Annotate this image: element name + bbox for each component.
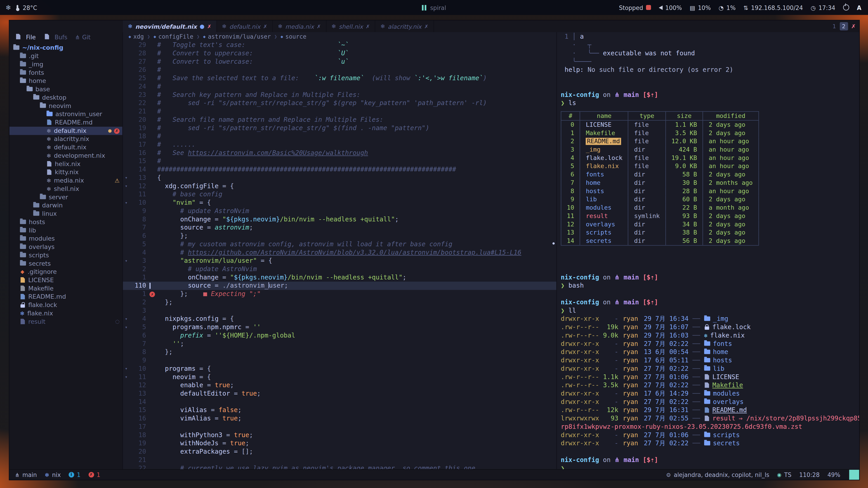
editor-line[interactable]: 110 source = ./astronvim_user; xyxy=(123,282,557,290)
buffer-tab[interactable]: ❄media.nix✗ xyxy=(273,21,327,32)
editor-line[interactable]: 2 # update AstroNvim xyxy=(123,265,557,273)
editor-line[interactable]: 21 xyxy=(123,456,557,464)
sidebar-tab-file[interactable]: File xyxy=(15,33,36,40)
editor-line[interactable]: 15 viAlias = false; xyxy=(123,406,557,415)
network-widget[interactable]: ⇅ 192.168.5.100/24 xyxy=(743,4,803,11)
volume-widget[interactable]: 100% xyxy=(659,4,682,11)
tree-item[interactable]: ❄shell.nix xyxy=(9,185,123,193)
editor-line[interactable]: 16 vimAlias = true; xyxy=(123,414,557,423)
editor-line[interactable]: 3 xyxy=(123,306,557,315)
media-status-widget[interactable]: Stopped xyxy=(619,4,651,11)
tree-item[interactable]: fonts xyxy=(9,69,123,77)
close-tab-icon[interactable]: ✗ xyxy=(424,24,428,29)
editor-line[interactable]: 29# Toggle text's case: `~` xyxy=(123,41,557,49)
clock-widget[interactable]: ◷ 17:34 xyxy=(811,4,835,11)
editor-line[interactable]: 25# Save the selected text to a file: `:… xyxy=(123,74,557,83)
fold-marker-icon[interactable]: ▾ xyxy=(123,323,129,331)
editor-line[interactable]: 5 # my cusotom astronvim config, astronv… xyxy=(123,240,557,249)
tree-item[interactable]: home xyxy=(9,77,123,85)
breadcrumb-item[interactable]: ❖astronvim/lua/user xyxy=(203,33,271,40)
close-window-icon[interactable]: ✗ xyxy=(851,23,856,29)
tree-item[interactable]: LICENSE xyxy=(9,276,123,285)
tree-item[interactable]: ◆.gitignore xyxy=(9,268,123,276)
tree-item[interactable]: README.md xyxy=(9,293,123,301)
fold-marker-icon[interactable]: ▾ xyxy=(123,373,129,381)
tree-item[interactable]: ❄default.nix xyxy=(9,143,123,152)
editor-line[interactable]: 14 xyxy=(123,398,557,406)
editor-line[interactable]: 8 }; xyxy=(123,348,557,356)
fold-marker-icon[interactable]: ▾ xyxy=(123,199,129,207)
editor-line[interactable]: 26# xyxy=(123,66,557,74)
fold-marker-icon[interactable]: ▾ xyxy=(123,257,129,265)
editor-line[interactable]: 4 # https://github.com/AstroNvim/AstroNv… xyxy=(123,249,557,257)
editor-line[interactable]: ▾11 neovim = { xyxy=(123,373,557,381)
breadcrumb-item[interactable]: ❖xdg xyxy=(128,33,144,40)
editor-line[interactable]: 20# Search file name pattern and Replace… xyxy=(123,116,557,124)
fold-marker-icon[interactable]: ▾ xyxy=(123,182,129,191)
buffer-tab[interactable]: ❄alacritty.nix✗ xyxy=(375,21,434,32)
breadcrumb-item[interactable]: ❖source xyxy=(281,33,307,40)
editor-line[interactable]: 16# See https://astronvim.com/Basic%20Us… xyxy=(123,149,557,157)
close-tab-icon[interactable]: ✗ xyxy=(263,24,267,29)
tree-item[interactable]: neovim xyxy=(9,102,123,110)
editor-line[interactable]: 12 enable = true; xyxy=(123,381,557,390)
editor-line[interactable]: 2 }; xyxy=(123,298,557,306)
statusline-error-diagnostics[interactable]: 1 xyxy=(88,471,100,478)
tree-item[interactable]: desktop xyxy=(9,94,123,102)
code-area[interactable]: 29# Toggle text's case: `~`28# Convert t… xyxy=(123,41,557,469)
editor-line[interactable]: ▾5 programs.npm.npmrc = '' xyxy=(123,323,557,331)
buffer-tab[interactable]: ❄default.nix✗ xyxy=(217,21,273,32)
editor-line[interactable]: ▾12 xdg.configFile = { xyxy=(123,182,557,191)
editor-line[interactable]: 1 }; ■ Expecting ";" xyxy=(123,290,557,298)
tree-item[interactable]: helix.nix xyxy=(9,160,123,168)
tree-item[interactable]: secrets xyxy=(9,260,123,268)
fold-marker-icon[interactable]: ▾ xyxy=(123,315,129,323)
buffer-tab[interactable]: ❄neovim/default.nix●✗ xyxy=(123,21,217,32)
editor-line[interactable]: 23# Search key pattern and Replace in Mu… xyxy=(123,91,557,99)
editor-line[interactable]: ▾3 "astronvim/lua/user" = { xyxy=(123,257,557,265)
tree-item[interactable]: Makefile xyxy=(9,285,123,293)
editor-line[interactable]: ▾10 "nvim" = { xyxy=(123,199,557,207)
editor-line[interactable]: 7 source = astronvim; xyxy=(123,223,557,232)
editor-line[interactable]: 14######################################… xyxy=(123,165,557,174)
close-tab-icon[interactable]: ✗ xyxy=(317,24,321,29)
editor-line[interactable]: 20 extraPackages = []; xyxy=(123,448,557,456)
tree-item[interactable]: base xyxy=(9,85,123,94)
tabpage-button[interactable]: 1 xyxy=(830,22,839,31)
editor-line[interactable]: 8 onChange = "${pkgs.neovim}/bin/nvim --… xyxy=(123,215,557,224)
editor-line[interactable]: 17# ...... xyxy=(123,140,557,149)
editor-line[interactable]: 9 xyxy=(123,356,557,365)
cpu-widget[interactable]: ◔ 1% xyxy=(719,4,736,11)
tree-item[interactable]: ❄flake.nix xyxy=(9,309,123,318)
editor-line[interactable]: 28# Convert to uppercase: `U` xyxy=(123,49,557,58)
editor-pane[interactable]: ❖xdg❯❖configFile❯❖astronvim/lua/user❯❖so… xyxy=(123,32,557,469)
buffer-tab[interactable]: ❄shell.nix✗ xyxy=(327,21,375,32)
editor-line[interactable]: 9 # update AstroNvim xyxy=(123,207,557,215)
editor-line[interactable]: ▾10 programs = { xyxy=(123,365,557,373)
tree-item[interactable]: ❄media.nix⚠ xyxy=(9,176,123,185)
tree-item[interactable]: lib xyxy=(9,226,123,235)
editor-line[interactable]: 7 ''; xyxy=(123,340,557,348)
tree-item[interactable]: astronvim_user xyxy=(9,110,123,119)
editor-line[interactable]: 17 xyxy=(123,423,557,431)
editor-line[interactable]: ▾4 nixpkgs.config = { xyxy=(123,315,557,323)
editor-line[interactable]: 22# sed -ri "s/pattern_str/replace_str/g… xyxy=(123,99,557,107)
tree-item[interactable]: result◌ xyxy=(9,318,123,326)
temperature-widget[interactable]: 28°C xyxy=(17,4,37,11)
editor-line[interactable]: 27# Convert to lowercase: `u` xyxy=(123,58,557,66)
editor-line[interactable]: 21# xyxy=(123,107,557,116)
tree-item[interactable]: ❄alacritty.nix xyxy=(9,135,123,143)
tree-item[interactable]: hosts xyxy=(9,218,123,226)
close-tab-icon[interactable]: ✗ xyxy=(366,24,370,29)
disk-widget[interactable]: ▤ 10% xyxy=(690,4,711,11)
tree-item[interactable]: scripts xyxy=(9,251,123,260)
tree-item[interactable]: _img xyxy=(9,60,123,69)
editor-line[interactable]: 1 onChange = "${pkgs.neovim}/bin/nvim --… xyxy=(123,273,557,282)
tree-item[interactable]: overlays xyxy=(9,243,123,251)
sidebar-tab-bufs[interactable]: Bufs xyxy=(43,33,67,40)
tray-icon-a[interactable]: A xyxy=(857,4,862,11)
editor-line[interactable]: 18# xyxy=(123,132,557,140)
editor-line[interactable]: 19 withNodeJs = true; xyxy=(123,439,557,448)
tree-item[interactable]: ~/nix-config xyxy=(9,43,123,52)
breadcrumb-item[interactable]: ❖configFile xyxy=(153,33,193,40)
